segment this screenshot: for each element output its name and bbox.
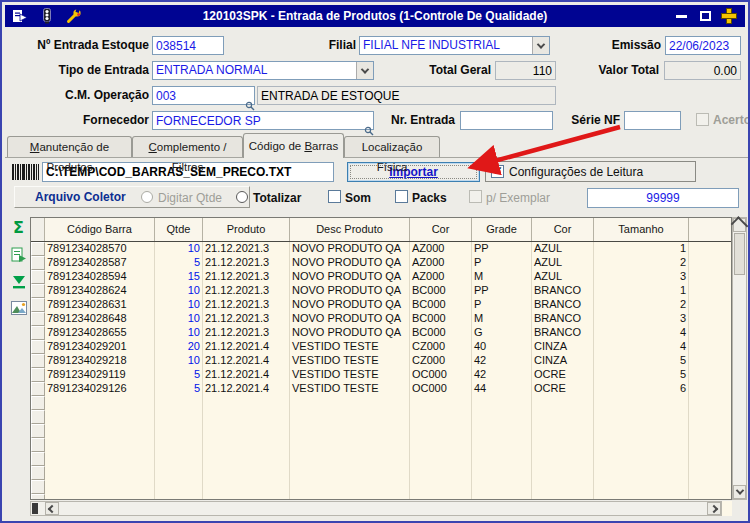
cell[interactable]: VESTIDO TESTE (290, 368, 410, 382)
row-indicator[interactable] (31, 284, 45, 298)
tipo-entrada-select[interactable]: ENTRADA NORMAL (152, 61, 374, 80)
table-row[interactable]: 78912340286481021.12.2021.3NOVO PRODUTO … (31, 312, 731, 326)
cell[interactable]: 20 (155, 340, 203, 354)
cell[interactable]: 42 (472, 354, 532, 368)
cell[interactable]: 10 (155, 298, 203, 312)
cell[interactable]: AZ000 (410, 256, 472, 270)
totalizar-radio[interactable] (236, 191, 248, 203)
column-header[interactable]: Tamanho (594, 218, 689, 241)
cell[interactable]: CINZA (532, 354, 594, 368)
cell[interactable]: M (472, 312, 532, 326)
table-row[interactable]: 7891234029126521.12.2021.4VESTIDO TESTEO… (31, 382, 731, 396)
cell[interactable]: AZUL (532, 256, 594, 270)
cell[interactable]: 7891234029119 (45, 368, 155, 382)
cell[interactable]: VESTIDO TESTE (290, 382, 410, 396)
row-indicator[interactable] (31, 368, 45, 382)
digitar-qtde-radio[interactable] (141, 191, 153, 203)
cell[interactable]: NOVO PRODUTO QA (290, 326, 410, 340)
tab-localizacao-fisica[interactable]: Localização Física (344, 136, 440, 157)
cell[interactable]: 7891234028648 (45, 312, 155, 326)
cell[interactable]: BRANCO (532, 284, 594, 298)
cell[interactable]: OC000 (410, 382, 472, 396)
cell[interactable]: 2 (594, 298, 689, 312)
cell[interactable]: PP (472, 242, 532, 256)
cell[interactable]: 40 (472, 340, 532, 354)
table-row[interactable]: 78912340285941521.12.2021.3NOVO PRODUTO … (31, 270, 731, 284)
vertical-scroll-thumb[interactable] (734, 233, 745, 275)
cell[interactable]: AZUL (532, 270, 594, 284)
column-header[interactable]: Cor (410, 218, 472, 241)
cell[interactable]: 21.12.2021.3 (203, 298, 290, 312)
cell[interactable]: NOVO PRODUTO QA (290, 256, 410, 270)
cell[interactable]: 7891234028570 (45, 242, 155, 256)
scroll-left-button[interactable] (45, 502, 59, 515)
row-indicator[interactable] (31, 382, 45, 396)
cell[interactable]: NOVO PRODUTO QA (290, 270, 410, 284)
horizontal-scroll-thumb[interactable] (32, 503, 38, 514)
config-leitura-checkbox[interactable] (491, 165, 504, 178)
cell[interactable]: 5 (155, 256, 203, 270)
emissao-input[interactable] (665, 36, 741, 55)
cell[interactable]: 7891234029201 (45, 340, 155, 354)
column-header[interactable]: Qtde (155, 218, 203, 241)
cell[interactable]: 7891234028631 (45, 298, 155, 312)
column-header[interactable]: Grade (472, 218, 532, 241)
table-row[interactable]: 78912340286241021.12.2021.3NOVO PRODUTO … (31, 284, 731, 298)
cell[interactable]: 21.12.2021.3 (203, 284, 290, 298)
wrench-icon[interactable] (66, 8, 82, 24)
tab-manutencao-de-produtos[interactable]: Manutenção de Produtos (7, 136, 132, 157)
magnifier-icon[interactable] (245, 97, 255, 107)
export-rows-icon[interactable] (9, 245, 28, 264)
cell[interactable]: VESTIDO TESTE (290, 354, 410, 368)
cell[interactable]: 10 (155, 242, 203, 256)
table-row[interactable]: 78912340285701021.12.2021.3NOVO PRODUTO … (31, 242, 731, 256)
horizontal-scrollbar[interactable] (30, 501, 722, 516)
column-header[interactable]: Desc Produto (290, 218, 410, 241)
p-exemplar-checkbox[interactable] (469, 190, 482, 203)
row-indicator[interactable] (31, 312, 45, 326)
row-indicator[interactable] (31, 298, 45, 312)
importar-button[interactable]: Importar (347, 162, 480, 182)
append-down-icon[interactable] (9, 272, 28, 291)
row-indicator[interactable] (31, 410, 45, 424)
cell[interactable]: CZ000 (410, 354, 472, 368)
cell[interactable]: BRANCO (532, 326, 594, 340)
cell[interactable]: BC000 (410, 284, 472, 298)
tab-complemento-filtros[interactable]: Complemento / Filtros (132, 136, 243, 157)
cell[interactable]: 21.12.2021.4 (203, 354, 290, 368)
cell[interactable]: 4 (594, 326, 689, 340)
cell[interactable]: 5 (155, 368, 203, 382)
cell[interactable]: 7891234029126 (45, 382, 155, 396)
row-indicator[interactable] (31, 494, 45, 500)
cell[interactable]: 7891234028587 (45, 256, 155, 270)
cell[interactable]: 21.12.2021.3 (203, 242, 290, 256)
row-indicator[interactable] (31, 452, 45, 466)
column-header[interactable]: Produto (203, 218, 290, 241)
serie-nf-input[interactable] (624, 111, 681, 130)
row-indicator[interactable] (31, 340, 45, 354)
title-bar[interactable]: 120103SPK - Entrada de Produtos (1-Contr… (5, 5, 745, 27)
cell[interactable]: AZUL (532, 242, 594, 256)
cell[interactable]: 5 (594, 368, 689, 382)
cell[interactable]: 21.12.2021.3 (203, 270, 290, 284)
cell[interactable]: G (472, 326, 532, 340)
cell[interactable]: 7891234028655 (45, 326, 155, 340)
cell[interactable]: P (472, 256, 532, 270)
cell[interactable]: BC000 (410, 326, 472, 340)
cell[interactable]: 10 (155, 326, 203, 340)
filial-select[interactable]: FILIAL NFE INDUSTRIAL (359, 36, 550, 55)
table-row[interactable]: 78912340292181021.12.2021.4VESTIDO TESTE… (31, 354, 731, 368)
cell[interactable]: BC000 (410, 312, 472, 326)
cell[interactable]: VESTIDO TESTE (290, 340, 410, 354)
vertical-scrollbar[interactable] (732, 217, 747, 500)
table-row[interactable]: 78912340286311021.12.2021.3NOVO PRODUTO … (31, 298, 731, 312)
cell[interactable]: 7891234029218 (45, 354, 155, 368)
cell[interactable]: 1 (594, 242, 689, 256)
cell[interactable]: 7891234028624 (45, 284, 155, 298)
cell[interactable]: 3 (594, 312, 689, 326)
row-indicator[interactable] (31, 270, 45, 284)
tipo-entrada-dropdown-button[interactable] (356, 62, 373, 79)
cell[interactable]: 21.12.2021.3 (203, 256, 290, 270)
fornecedor-input[interactable] (152, 111, 374, 130)
row-indicator[interactable] (31, 354, 45, 368)
